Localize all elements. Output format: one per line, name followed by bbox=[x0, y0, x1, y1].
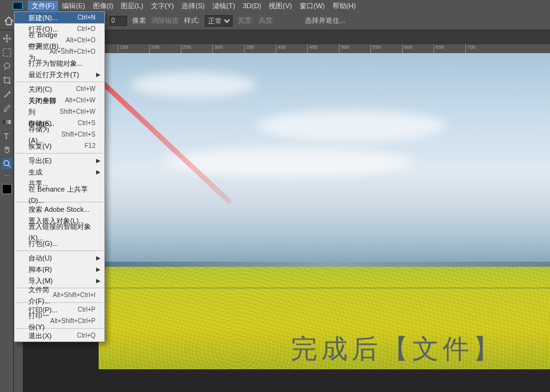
antialias-label: 消除锯齿 bbox=[151, 16, 179, 25]
move-tool-icon[interactable] bbox=[1, 33, 13, 44]
menu-item[interactable]: 文件简介(F)...Alt+Shift+Ctrl+I bbox=[15, 290, 104, 301]
menu-item[interactable]: 生成▶ bbox=[15, 166, 104, 178]
menu-bar: 文件(F)编辑(E)图像(I)图层(L)文字(Y)选择(S)滤镜(T)3D(D)… bbox=[0, 0, 550, 11]
menu-item[interactable]: 存储为(A)...Shift+Ctrl+S bbox=[15, 129, 104, 140]
eyedropper-tool-icon[interactable] bbox=[1, 89, 13, 100]
menu-窗口[interactable]: 窗口(W) bbox=[296, 1, 329, 11]
menu-item[interactable]: 导出(E)▶ bbox=[15, 155, 104, 166]
menu-item[interactable]: 退出(X)Ctrl+Q bbox=[15, 330, 104, 341]
crop-tool-icon[interactable] bbox=[1, 75, 13, 86]
menu-item[interactable]: 自动(U)▶ bbox=[15, 252, 104, 264]
menu-3d[interactable]: 3D(D) bbox=[239, 1, 265, 11]
menu-item[interactable]: 新建(N)...Ctrl+N bbox=[15, 12, 104, 23]
tool-overflow-icon[interactable]: ⋯ bbox=[4, 172, 10, 179]
menu-item[interactable]: 搜索 Adobe Stock... bbox=[15, 204, 104, 215]
menu-滤镜[interactable]: 滤镜(T) bbox=[209, 1, 239, 11]
menu-选择[interactable]: 选择(S) bbox=[178, 1, 209, 11]
color-swatch[interactable] bbox=[2, 184, 12, 194]
tool-panel: T ⋯ bbox=[0, 30, 14, 392]
feather-unit: 像素 bbox=[132, 16, 146, 25]
menu-item[interactable]: 关闭并转到 Bridge...Shift+Ctrl+W bbox=[15, 106, 104, 118]
menu-图层[interactable]: 图层(L) bbox=[117, 1, 147, 11]
menu-item[interactable]: 在 Behance 上共享(D)... bbox=[15, 189, 104, 200]
lasso-tool-icon[interactable] bbox=[1, 61, 13, 72]
menu-item[interactable]: 打开为智能对象... bbox=[15, 58, 104, 69]
menu-item[interactable]: 关闭(C)Ctrl+W bbox=[15, 83, 104, 95]
menu-文件[interactable]: 文件(F) bbox=[28, 1, 58, 11]
menu-item[interactable]: 恢复(V)F12 bbox=[15, 140, 104, 152]
menu-编辑[interactable]: 编辑(E) bbox=[58, 1, 89, 11]
svg-rect-0 bbox=[3, 49, 11, 56]
type-tool-icon[interactable]: T bbox=[1, 130, 13, 142]
menu-视图[interactable]: 视图(V) bbox=[265, 1, 296, 11]
caption-overlay: 完成后【文件】 bbox=[291, 331, 503, 367]
menu-item[interactable]: 打开为...Alt+Shift+Ctrl+O bbox=[15, 46, 104, 58]
menu-item[interactable]: 置入链接的智能对象(K)... bbox=[15, 226, 104, 238]
height-label: 高度: bbox=[259, 16, 274, 25]
gradient-tool-icon[interactable] bbox=[1, 116, 13, 128]
menu-item[interactable]: 脚本(R)▶ bbox=[15, 264, 104, 275]
svg-text:T: T bbox=[4, 132, 9, 140]
document-image: 完成后【文件】 bbox=[99, 53, 550, 369]
file-menu-dropdown: 新建(N)...Ctrl+N打开(O)...Ctrl+O在 Bridge 中浏览… bbox=[14, 11, 105, 342]
menu-item[interactable]: 最近打开文件(T)▶ bbox=[15, 69, 104, 80]
menu-图像[interactable]: 图像(I) bbox=[89, 1, 117, 11]
app-logo bbox=[13, 2, 23, 9]
menu-文字[interactable]: 文字(Y) bbox=[147, 1, 178, 11]
marquee-tool-icon[interactable] bbox=[1, 47, 13, 58]
svg-point-3 bbox=[4, 161, 9, 166]
zoom-tool-icon[interactable] bbox=[1, 158, 13, 169]
select-mask-button[interactable]: 选择并遮住... bbox=[305, 16, 345, 25]
width-label: 宽度: bbox=[238, 16, 254, 25]
menu-item[interactable]: 打印一份(Y)Alt+Shift+Ctrl+P bbox=[15, 315, 104, 327]
feather-input[interactable] bbox=[109, 16, 127, 26]
style-select[interactable]: 正常 bbox=[205, 15, 233, 27]
hand-tool-icon[interactable] bbox=[1, 144, 13, 156]
svg-rect-1 bbox=[3, 120, 11, 124]
menu-item[interactable]: 打包(G)... bbox=[15, 238, 104, 249]
home-icon[interactable] bbox=[4, 16, 14, 26]
brush-tool-icon[interactable] bbox=[1, 102, 13, 114]
menu-帮助[interactable]: 帮助(H) bbox=[329, 1, 360, 11]
style-label: 样式: bbox=[184, 16, 200, 25]
